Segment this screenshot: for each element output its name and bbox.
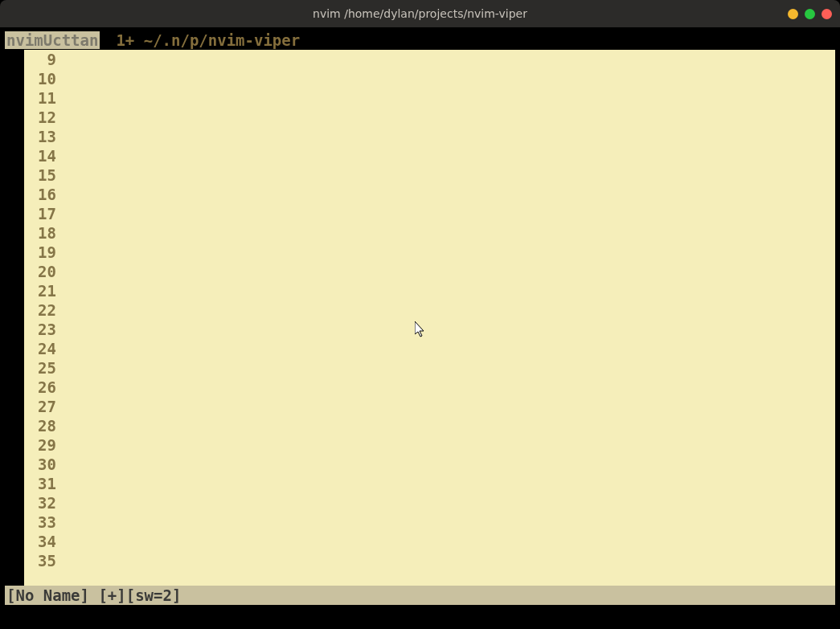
line-number: 28 — [24, 416, 59, 435]
line-number: 20 — [24, 262, 59, 281]
tabline-group: nvimUcttan — [5, 31, 100, 49]
line-number: 12 — [24, 108, 59, 127]
line-number: 30 — [24, 455, 59, 474]
line-number: 25 — [24, 358, 59, 378]
line-number-gutter: 9101112131415161718192021222324252627282… — [24, 50, 59, 586]
line-number: 26 — [24, 378, 59, 397]
line-number: 19 — [24, 243, 59, 262]
tabline-info: 1+ ~/.n/p/nvim-viper — [116, 31, 300, 49]
titlebar[interactable]: nvim /home/dylan/projects/nvim-viper — [0, 0, 840, 27]
terminal-window: nvim /home/dylan/projects/nvim-viper nvi… — [0, 0, 840, 629]
editor-pane[interactable]: 9101112131415161718192021222324252627282… — [24, 50, 835, 586]
line-number: 13 — [24, 127, 59, 146]
window-controls — [788, 9, 832, 19]
maximize-icon[interactable] — [805, 9, 815, 19]
line-number: 31 — [24, 474, 59, 493]
line-number: 22 — [24, 300, 59, 320]
line-number: 11 — [24, 88, 59, 108]
statusline: [No Name] [+][sw=2] — [5, 586, 835, 605]
line-number: 10 — [24, 69, 59, 88]
line-number: 14 — [24, 146, 59, 165]
minimize-icon[interactable] — [788, 9, 798, 19]
window-title: nvim /home/dylan/projects/nvim-viper — [313, 7, 527, 20]
line-number: 17 — [24, 204, 59, 223]
command-line[interactable] — [5, 605, 835, 624]
line-number: 35 — [24, 551, 59, 570]
line-number: 27 — [24, 397, 59, 416]
editor-area[interactable]: 9101112131415161718192021222324252627282… — [5, 50, 835, 586]
line-number: 33 — [24, 513, 59, 532]
line-number: 16 — [24, 185, 59, 204]
line-number: 24 — [24, 339, 59, 358]
nvim-tabline[interactable]: nvimUcttan 1+ ~/.n/p/nvim-viper — [5, 31, 835, 50]
editor-content[interactable] — [59, 50, 835, 586]
editor-left-margin — [5, 50, 24, 586]
terminal-body: nvimUcttan 1+ ~/.n/p/nvim-viper 91011121… — [0, 27, 840, 629]
line-number: 32 — [24, 493, 59, 513]
line-number: 23 — [24, 320, 59, 339]
line-number: 29 — [24, 435, 59, 455]
close-icon[interactable] — [822, 9, 832, 19]
line-number: 21 — [24, 281, 59, 300]
line-number: 18 — [24, 223, 59, 243]
line-number: 15 — [24, 165, 59, 185]
line-number: 9 — [24, 50, 59, 69]
line-number: 34 — [24, 532, 59, 551]
